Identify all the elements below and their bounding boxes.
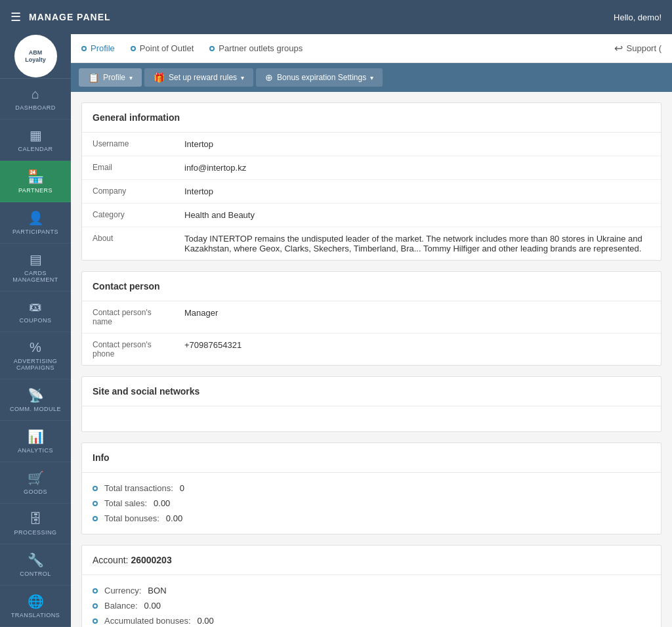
category-value: Health and Beauty [174,204,661,227]
translations-icon: 🌐 [28,594,44,609]
contact-name-label: Contact person's name [82,301,174,334]
account-list: Currency: BON Balance: 0.00 Accumulated … [82,575,661,627]
support-link[interactable]: ↩ Support ( [614,42,662,54]
tab-profile[interactable]: 📋 Profile ▾ [79,68,142,87]
bullet-icon [93,588,98,594]
currency-value: BON [148,586,166,595]
total-sales-label: Total sales: [104,498,147,508]
sidebar-item-control[interactable]: 🔧 CONTROL [0,544,71,586]
general-info-card: General information Username Intertop Em… [81,102,662,261]
contact-person-header: Contact person [82,272,661,301]
nav-link-partner-label: Partner outlets groups [219,43,303,53]
tab-bar: 📋 Profile ▾ 🎁 Set up reward rules ▾ ⊕ Bo… [71,63,672,92]
dashboard-icon: ⌂ [32,87,39,102]
account-card: Account: 26000203 Currency: BON Balance: [81,545,662,627]
info-header: Info [82,443,661,473]
tab-bonus-expiration[interactable]: ⊕ Bonus expiration Settings ▾ [256,68,383,87]
site-social-card: Site and social networks [81,376,662,432]
nav-link-partner-outlets[interactable]: Partner outlets groups [209,43,303,53]
sidebar-label-translations: TRANSLATIONS [11,612,60,618]
currency-label: Currency: [104,586,141,595]
sidebar-label-control: CONTROL [20,571,51,577]
sidebar-label-analytics: ANALYTICS [18,447,53,454]
list-item: Total bonuses: 0.00 [93,511,650,526]
about-label: About [82,227,174,261]
top-bar: ☰ MANAGE PANEL Hello, demo! [0,0,672,34]
chevron-down-icon-bonus: ▾ [370,74,373,81]
sidebar-label-participants: PARTICIPANTS [12,228,58,235]
advertising-icon: % [30,340,41,355]
account-header: Account: 26000203 [82,546,661,575]
sidebar-item-analytics[interactable]: 📊 ANALYTICS [0,421,71,462]
support-label: Support ( [627,43,662,53]
logo-area: ABM Loyalty [0,34,71,79]
sidebar-label-coupons: COUPONS [19,317,51,324]
list-item: Total transactions: 0 [93,481,650,496]
bullet-icon [93,618,98,624]
chevron-down-icon-profile: ▾ [129,74,133,81]
total-transactions-label: Total transactions: [104,483,173,493]
account-label: Account: [93,555,128,565]
total-bonuses-label: Total bonuses: [104,513,159,523]
sidebar-item-cards[interactable]: ▤ CARDS MANAGEMENT [0,244,71,292]
analytics-icon: 📊 [28,429,44,444]
list-item: Balance: 0.00 [93,598,650,613]
about-value: Today INTERTOP remains the undisputed le… [174,227,661,261]
sidebar-label-dashboard: DASHBOARD [15,104,56,111]
sidebar-item-partners[interactable]: 🏪 PARTNERS [0,161,71,202]
bullet-icon [93,516,98,521]
table-row: About Today INTERTOP remains the undispu… [82,227,661,261]
sidebar-item-participants[interactable]: 👤 PARTICIPANTS [0,202,71,244]
tab-reward-icon: 🎁 [154,72,165,83]
general-info-header: General information [82,103,661,133]
logo-circle: ABM Loyalty [14,35,57,77]
sidebar-item-advertising[interactable]: % ADVERTISING CAMPAIGNS [0,332,71,379]
sidebar-label-partners: PARTNERS [18,187,52,194]
table-row: Company Intertop [82,180,661,204]
user-greeting: Hello, demo! [614,12,662,22]
sidebar-label-comm: COMM. MODULE [10,406,61,412]
control-icon: 🔧 [28,552,44,568]
table-row: Contact person's name Manager [82,301,661,334]
sidebar-item-coupons[interactable]: 🎟 COUPONS [0,292,71,332]
info-list: Total transactions: 0 Total sales: 0.00 … [82,473,661,534]
sidebar-item-calendar[interactable]: ▦ CALENDAR [0,119,71,161]
bullet-icon [93,501,98,506]
site-social-header: Site and social networks [82,377,661,406]
nav-link-profile[interactable]: Profile [81,43,115,53]
general-info-table: Username Intertop Email info@intertop.kz… [82,133,661,260]
account-number: 26000203 [131,555,171,565]
total-bonuses-value: 0.00 [166,513,182,523]
nav-link-point-of-outlet[interactable]: Point of Outlet [131,43,194,53]
tab-reward-label: Set up reward rules [169,73,237,82]
sidebar: ABM Loyalty ⌂ DASHBOARD ▦ CALENDAR 🏪 PAR… [0,34,71,627]
username-value: Intertop [174,133,661,156]
calendar-icon: ▦ [30,127,42,143]
contact-name-value: Manager [174,301,661,334]
balance-label: Balance: [104,601,138,611]
list-item: Total sales: 0.00 [93,496,650,511]
secondary-nav-left: Profile Point of Outlet Partner outlets … [81,43,303,53]
list-item: Accumulated bonuses: 0.00 [93,613,650,627]
sidebar-label-goods: GOODS [24,488,47,495]
sidebar-label-advertising: ADVERTISING CAMPAIGNS [3,358,68,371]
bullet-icon [93,603,98,609]
table-row: Email info@intertop.kz [82,156,661,180]
info-card: Info Total transactions: 0 Total sales: … [81,443,662,534]
tab-profile-icon: 📋 [88,72,99,83]
sidebar-item-comm[interactable]: 📡 COMM. MODULE [0,379,71,421]
sidebar-item-processing[interactable]: 🗄 PROCESSING [0,504,71,544]
coupons-icon: 🎟 [29,299,42,314]
sidebar-item-dashboard[interactable]: ⌂ DASHBOARD [0,79,71,119]
tab-reward-rules[interactable]: 🎁 Set up reward rules ▾ [144,68,253,87]
site-social-empty [82,406,661,431]
sidebar-item-translations[interactable]: 🌐 TRANSLATIONS [0,586,71,627]
partners-icon: 🏪 [28,169,44,184]
sidebar-item-goods[interactable]: 🛒 GOODS [0,462,71,504]
table-row: Contact person's phone +70987654321 [82,334,661,366]
company-value: Intertop [174,180,661,204]
username-label: Username [82,133,174,156]
main-layout: ABM Loyalty ⌂ DASHBOARD ▦ CALENDAR 🏪 PAR… [0,34,672,627]
contact-phone-value: +70987654321 [174,334,661,366]
hamburger-menu[interactable]: ☰ [10,10,21,24]
